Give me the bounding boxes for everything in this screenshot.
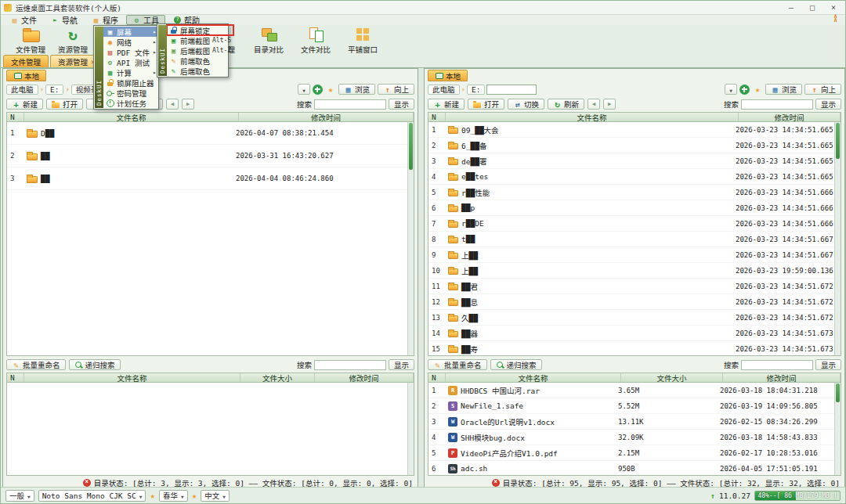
up-button[interactable]: 向上 — [804, 84, 841, 95]
pane-tab-local[interactable]: 本地 — [6, 70, 46, 81]
browse-button[interactable]: 浏览 — [338, 84, 375, 95]
back-button[interactable] — [166, 99, 179, 110]
table-row[interactable]: 15 ██寿 2026-03-23 14:34:51.673 — [428, 341, 834, 355]
menu-item[interactable]: 网络 ▸ — [103, 37, 159, 47]
menubar-item[interactable]: 文件 — [4, 15, 43, 25]
show-button[interactable]: 显示 — [389, 359, 414, 370]
recursive-search-button[interactable]: 递归搜索 — [69, 359, 121, 370]
table-row[interactable]: 1 09_██大会 2026-03-23 14:34:51.665 — [428, 122, 834, 138]
menu-item[interactable]: 屏幕 ▸ — [103, 27, 159, 37]
menu-item[interactable]: 后端截图 Alt-Z — [167, 45, 233, 56]
batch-rename-button[interactable]: 批量重命名 — [6, 359, 66, 370]
table-row[interactable]: 10 上██ 2026-03-23 19:59:00.136 — [428, 263, 834, 279]
collapse-toolbar-icon[interactable] — [833, 15, 837, 22]
menu-item[interactable]: API 测试 — [103, 57, 159, 67]
menubar-item[interactable]: 程序 — [85, 15, 125, 25]
column-header[interactable]: 修改时间 — [723, 373, 841, 382]
menu-item[interactable]: 前端取色 — [167, 56, 233, 66]
column-header[interactable]: 修改时间 — [239, 113, 414, 121]
recursive-search-button[interactable]: 递归搜索 — [490, 359, 542, 370]
table-row[interactable]: 7 r██DE 2026-03-23 14:34:51.666 — [428, 216, 834, 232]
up-button[interactable]: 向上 — [378, 84, 414, 95]
table-row[interactable]: 13 久██ 2026-03-23 14:34:51.672 — [428, 310, 834, 326]
breadcrumb-item[interactable]: E: — [467, 85, 485, 95]
table-row[interactable]: 5 r██性能 2026-03-23 14:34:51.666 — [428, 185, 834, 200]
column-header[interactable]: 修改时间 — [315, 373, 414, 382]
toolbar-button[interactable]: 文件管理 — [9, 26, 52, 55]
breadcrumb-item[interactable]: 此电脑 — [6, 85, 38, 95]
column-header[interactable]: N — [428, 113, 446, 121]
tab-file-management[interactable]: 文件管理 — [3, 55, 49, 67]
column-header[interactable]: N — [428, 373, 446, 382]
column-header[interactable]: 文件名称 — [24, 373, 240, 382]
table-row[interactable]: 4 SHH模块bug.docx 32.09K 2026-03-18 14:58:… — [428, 430, 834, 445]
language-select[interactable]: 中文 — [201, 490, 230, 502]
open-button[interactable]: 打开 — [46, 99, 83, 110]
path-edit-input[interactable] — [486, 85, 537, 95]
close-button[interactable]: × — [825, 2, 842, 13]
favorites-star-button[interactable] — [752, 85, 763, 95]
table-row[interactable]: 3 Oracle的Url说明v1.docx 13.11K 2026-02-15 … — [428, 414, 834, 430]
show-button[interactable]: 显示 — [815, 359, 841, 370]
table-row[interactable]: 11 ██君 2026-03-23 14:34:51.672 — [428, 279, 834, 294]
table-row[interactable]: 1 HHDBCS 中国山河.rar 3.65M 2026-03-18 18:04… — [428, 383, 834, 398]
new-button[interactable]: 新建 — [428, 99, 465, 110]
maximize-button[interactable]: □ — [804, 2, 821, 13]
path-history-dropdown[interactable] — [298, 84, 310, 95]
table-row[interactable]: 5 VideoPi产品介绍V1.0.pdf 2.15M 2026-02-17 1… — [428, 445, 834, 461]
vertical-scrollbar[interactable] — [834, 122, 841, 355]
search-input[interactable] — [741, 99, 813, 110]
add-favorite-button[interactable] — [739, 85, 750, 95]
show-button[interactable]: 显示 — [815, 99, 841, 110]
table-row[interactable]: 2 NewFile_1.safe 5.52M 2026-03-19 14:09:… — [428, 398, 834, 414]
vertical-scrollbar[interactable] — [407, 383, 414, 475]
pane-tab-local[interactable]: 本地 — [428, 70, 468, 81]
scrollbar-thumb[interactable] — [409, 123, 413, 170]
minimize-button[interactable]: – — [783, 2, 800, 13]
menu-item[interactable]: PDF 文件 ▸ — [103, 47, 159, 57]
add-favorite-button[interactable] — [313, 85, 323, 95]
scrollbar-thumb[interactable] — [836, 123, 840, 159]
vertical-scrollbar[interactable] — [834, 383, 841, 475]
column-header[interactable]: 文件大小 — [621, 373, 723, 382]
table-row[interactable]: 8 t██ 2026-03-23 14:34:51.667 — [428, 232, 834, 247]
menu-item[interactable]: 计划任务 — [103, 98, 159, 108]
column-header[interactable]: N — [7, 113, 24, 121]
table-row[interactable]: 1 D██ 2026-04-07 08:38:21.454 — [7, 122, 407, 145]
table-row[interactable]: 4 e██tes 2026-03-23 14:34:51.665 — [428, 169, 834, 185]
column-header[interactable]: 文件大小 — [240, 373, 315, 382]
column-header[interactable]: 文件名称 — [24, 113, 239, 121]
refresh-button[interactable]: 刷新 — [548, 99, 584, 110]
profile-select[interactable]: 一般 — [5, 490, 34, 502]
font-select[interactable]: Noto Sans Mono CJK SC — [38, 490, 146, 502]
table-row[interactable]: 9 上██ 2026-03-23 14:34:51.667 — [428, 247, 834, 263]
open-button[interactable]: 打开 — [468, 99, 504, 110]
table-row[interactable]: 3 de██署 2026-03-23 14:34:51.665 — [428, 153, 834, 169]
menu-item[interactable]: 计算 ▸ — [103, 67, 159, 77]
menu-item[interactable]: 屏幕锁定 — [167, 25, 233, 35]
table-row[interactable]: 14 ██器 2026-03-23 14:34:51.673 — [428, 326, 834, 341]
table-row[interactable]: 6 ██p 2026-03-23 14:34:51.666 — [428, 200, 834, 216]
menu-item[interactable]: 密码管理 — [103, 88, 159, 98]
scrollbar-thumb[interactable] — [836, 383, 840, 402]
column-header[interactable]: 文件名称 — [446, 373, 621, 382]
search-input[interactable] — [314, 99, 386, 110]
vertical-scrollbar[interactable] — [407, 122, 414, 355]
column-header[interactable]: N — [7, 373, 24, 382]
theme-select[interactable]: 春华 — [159, 490, 188, 502]
breadcrumb-item[interactable]: 此电脑 — [428, 85, 460, 95]
menubar-item[interactable]: 导航 — [45, 15, 84, 25]
table-row[interactable]: 12 ██息 2026-03-23 14:34:51.672 — [428, 294, 834, 310]
toolbar-button[interactable]: 目录对比 — [247, 26, 291, 55]
forward-button[interactable] — [603, 99, 616, 110]
menu-item[interactable]: 锁屏阻止器 — [103, 77, 159, 88]
search-input[interactable] — [314, 360, 386, 370]
menu-item[interactable]: 前端截图 Alt-S — [167, 35, 233, 45]
toolbar-button[interactable]: 文件对比 — [294, 26, 338, 55]
toolbar-button[interactable]: 平铺窗口 — [341, 26, 385, 55]
batch-rename-button[interactable]: 批量重命名 — [428, 359, 487, 370]
menu-item[interactable]: 后端取色 — [167, 66, 233, 76]
table-row[interactable]: 6 adc.sh 950B 2026-04-05 17:51:05.191 — [428, 461, 834, 475]
show-button[interactable]: 显示 — [389, 99, 414, 110]
path-history-dropdown[interactable] — [725, 84, 737, 95]
